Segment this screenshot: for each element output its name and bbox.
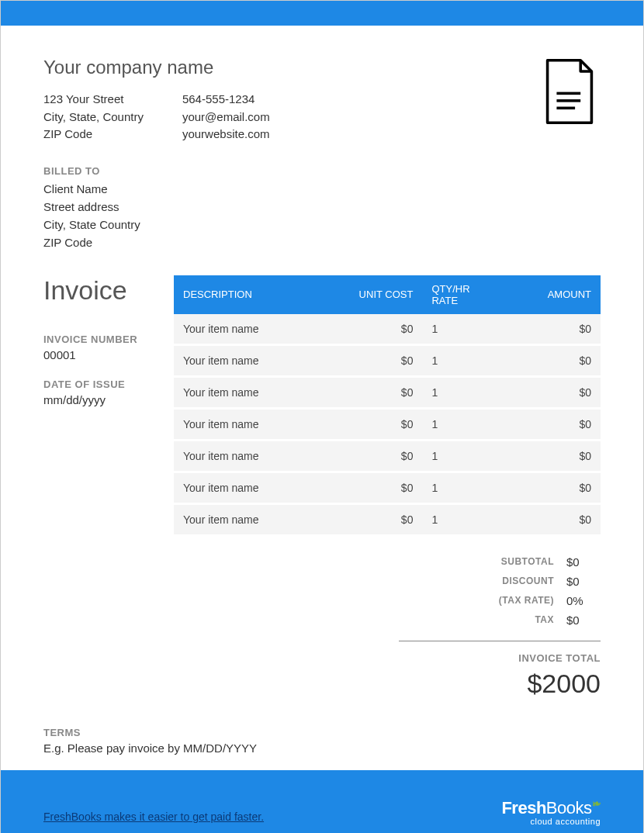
cell-unit-cost: $0: [314, 344, 423, 376]
totals-divider: [399, 641, 601, 641]
cell-qty: 1: [422, 440, 507, 472]
table-row: Your item name$01$0: [174, 376, 601, 408]
invoice-number-block: INVOICE NUMBER 00001: [43, 334, 160, 361]
tax-row: TAX $0: [399, 610, 601, 630]
company-street: 123 Your Street: [43, 91, 144, 109]
cell-amount: $0: [507, 503, 601, 535]
client-zip: ZIP Code: [43, 233, 601, 251]
invoice-total-amount: $2000: [399, 669, 601, 699]
company-email: your@email.com: [182, 109, 270, 126]
cell-unit-cost: $0: [314, 472, 423, 503]
header-row: Your company name 123 Your Street City, …: [43, 57, 601, 143]
freshbooks-logo: FreshBooks❧ cloud accounting: [501, 798, 601, 826]
cell-unit-cost: $0: [314, 440, 423, 472]
company-name: Your company name: [43, 57, 270, 78]
table-row: Your item name$01$0: [174, 314, 601, 345]
top-color-bar: [1, 1, 643, 26]
table-row: Your item name$01$0: [174, 440, 601, 472]
cell-qty: 1: [422, 472, 507, 503]
client-street: Street address: [43, 198, 601, 216]
cell-amount: $0: [507, 472, 601, 503]
invoice-total-label: INVOICE TOTAL: [399, 652, 601, 664]
subtotal-label: SUBTOTAL: [399, 556, 566, 567]
cell-qty: 1: [422, 344, 507, 376]
client-lines: Client Name Street address City, State C…: [43, 180, 601, 252]
tax-label: TAX: [399, 614, 566, 625]
taxrate-value: 0%: [566, 594, 601, 607]
subtotal-value: $0: [566, 555, 601, 569]
table-row: Your item name$01$0: [174, 472, 601, 503]
terms-block: TERMS E.g. Please pay invoice by MM/DD/Y…: [43, 727, 601, 755]
cell-amount: $0: [507, 314, 601, 345]
totals-block: SUBTOTAL $0 DISCOUNT $0 (TAX RATE) 0% TA…: [399, 552, 601, 699]
company-website: yourwebsite.com: [182, 126, 270, 143]
invoice-date-block: DATE OF ISSUE mm/dd/yyyy: [43, 378, 160, 406]
client-name: Client Name: [43, 180, 601, 198]
terms-label: TERMS: [43, 727, 601, 738]
invoice-table-column: DESCRIPTION UNIT COST QTY/HR RATE AMOUNT…: [174, 275, 601, 699]
brand-name: FreshBooks❧: [501, 798, 601, 818]
cell-amount: $0: [507, 344, 601, 376]
footer-bar: FreshBooks makes it easier to get paid f…: [1, 770, 643, 834]
invoice-page: Your company name 123 Your Street City, …: [0, 0, 644, 833]
company-city: City, State, Country: [43, 109, 144, 126]
col-qty: QTY/HR RATE: [422, 275, 507, 314]
brand-thin: Books: [546, 798, 592, 817]
table-header-row: DESCRIPTION UNIT COST QTY/HR RATE AMOUNT: [174, 275, 601, 314]
invoice-title: Invoice: [43, 275, 160, 306]
invoice-date: mm/dd/yyyy: [43, 393, 160, 406]
company-address: 123 Your Street City, State, Country ZIP…: [43, 91, 144, 143]
taxrate-row: (TAX RATE) 0%: [399, 591, 601, 610]
main-row: Invoice INVOICE NUMBER 00001 DATE OF ISS…: [43, 275, 601, 699]
client-city: City, State Country: [43, 216, 601, 233]
table-row: Your item name$01$0: [174, 503, 601, 535]
cell-description: Your item name: [174, 344, 314, 376]
company-phone: 564-555-1234: [182, 91, 270, 109]
invoice-number-label: INVOICE NUMBER: [43, 334, 160, 345]
cell-description: Your item name: [174, 503, 314, 535]
cell-unit-cost: $0: [314, 314, 423, 345]
discount-row: DISCOUNT $0: [399, 572, 601, 591]
footer-cta-link[interactable]: FreshBooks makes it easier to get paid f…: [43, 811, 264, 823]
company-zip: ZIP Code: [43, 126, 144, 143]
cell-description: Your item name: [174, 376, 314, 408]
table-row: Your item name$01$0: [174, 408, 601, 440]
company-contact: 564-555-1234 your@email.com yourwebsite.…: [182, 91, 270, 143]
document-icon: [538, 57, 601, 130]
cell-description: Your item name: [174, 472, 314, 503]
billed-to-block: BILLED TO Client Name Street address Cit…: [43, 165, 601, 252]
cell-qty: 1: [422, 376, 507, 408]
cell-unit-cost: $0: [314, 503, 423, 535]
cell-qty: 1: [422, 314, 507, 345]
col-description: DESCRIPTION: [174, 275, 314, 314]
cell-amount: $0: [507, 376, 601, 408]
line-items-table: DESCRIPTION UNIT COST QTY/HR RATE AMOUNT…: [174, 275, 601, 537]
brand-bold: Fresh: [501, 798, 545, 817]
taxrate-label: (TAX RATE): [399, 595, 566, 606]
cell-description: Your item name: [174, 314, 314, 345]
invoice-number: 00001: [43, 348, 160, 361]
billed-to-label: BILLED TO: [43, 165, 601, 177]
page-content: Your company name 123 Your Street City, …: [1, 26, 643, 770]
discount-value: $0: [566, 575, 601, 588]
cell-qty: 1: [422, 503, 507, 535]
company-block: Your company name 123 Your Street City, …: [43, 57, 270, 143]
discount-label: DISCOUNT: [399, 575, 566, 586]
invoice-meta-column: Invoice INVOICE NUMBER 00001 DATE OF ISS…: [43, 275, 160, 699]
company-contact-row: 123 Your Street City, State, Country ZIP…: [43, 91, 270, 143]
leaf-icon: ❧: [590, 797, 601, 811]
terms-text: E.g. Please pay invoice by MM/DD/YYYY: [43, 741, 601, 755]
subtotal-row: SUBTOTAL $0: [399, 552, 601, 572]
col-unit-cost: UNIT COST: [314, 275, 423, 314]
cell-qty: 1: [422, 408, 507, 440]
table-row: Your item name$01$0: [174, 344, 601, 376]
invoice-date-label: DATE OF ISSUE: [43, 378, 160, 390]
cell-unit-cost: $0: [314, 408, 423, 440]
col-amount: AMOUNT: [507, 275, 601, 314]
cell-description: Your item name: [174, 408, 314, 440]
cell-description: Your item name: [174, 440, 314, 472]
cell-amount: $0: [507, 408, 601, 440]
cell-unit-cost: $0: [314, 376, 423, 408]
cell-amount: $0: [507, 440, 601, 472]
tax-value: $0: [566, 614, 601, 627]
